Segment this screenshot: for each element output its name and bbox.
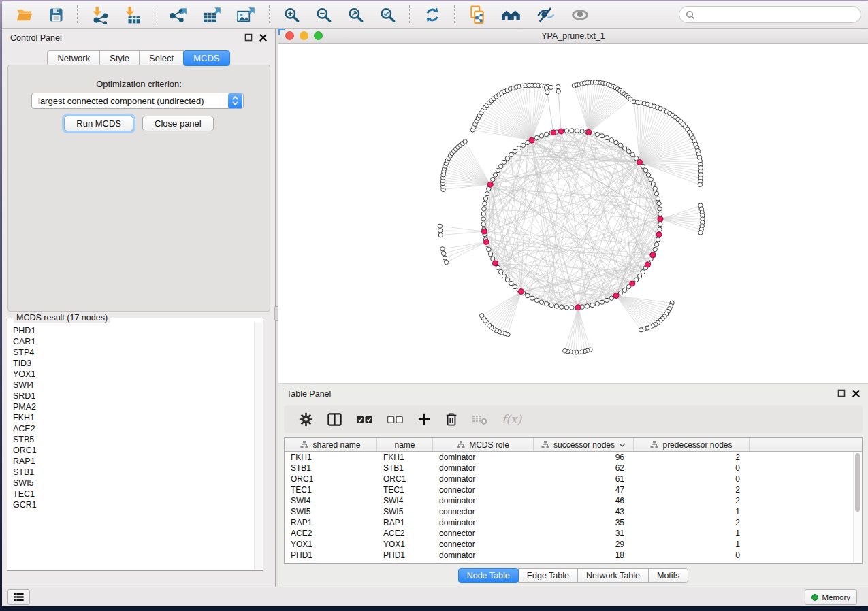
network-node[interactable] xyxy=(549,303,553,307)
network-node[interactable] xyxy=(517,146,521,150)
network-node[interactable] xyxy=(539,134,543,138)
table-row[interactable]: SWI4SWI4dominator462 xyxy=(285,495,862,506)
network-node[interactable] xyxy=(443,256,447,260)
tab-mcds[interactable]: MCDS xyxy=(183,50,229,66)
network-hub-node[interactable] xyxy=(645,262,650,267)
network-node[interactable] xyxy=(440,247,445,251)
zoom-fit-button[interactable] xyxy=(340,3,371,27)
mcds-list-scrollbar[interactable] xyxy=(254,323,262,569)
table-row[interactable]: ORC1ORC1dominator610 xyxy=(285,474,862,484)
network-node[interactable] xyxy=(649,178,653,182)
mcds-list-item[interactable]: YOX1 xyxy=(13,369,254,380)
network-node[interactable] xyxy=(483,201,487,205)
network-node[interactable] xyxy=(618,291,622,295)
network-node[interactable] xyxy=(570,129,574,133)
network-node[interactable] xyxy=(698,231,703,235)
network-node[interactable] xyxy=(643,168,647,172)
mcds-list-item[interactable]: STB5 xyxy=(13,434,254,445)
network-hub-node[interactable] xyxy=(650,252,656,258)
network-node[interactable] xyxy=(505,278,509,282)
column-header-successor-nodes[interactable]: successor nodes xyxy=(534,438,634,451)
table-row[interactable]: FKH1FKH1dominator962 xyxy=(285,452,862,463)
network-node[interactable] xyxy=(556,84,560,88)
tab-node-table[interactable]: Node Table xyxy=(458,568,519,583)
float-panel-icon[interactable] xyxy=(837,389,846,397)
show-panel-menu-button[interactable] xyxy=(7,589,30,605)
network-node[interactable] xyxy=(545,90,549,94)
network-node[interactable] xyxy=(483,197,487,201)
delete-rows-button[interactable] xyxy=(439,410,464,429)
network-node[interactable] xyxy=(488,252,492,256)
network-node[interactable] xyxy=(481,222,485,226)
network-node[interactable] xyxy=(698,182,702,186)
mcds-list-item[interactable]: CAR1 xyxy=(13,336,254,347)
deselect-all-checks-button[interactable] xyxy=(381,412,409,427)
network-node[interactable] xyxy=(438,224,442,228)
network-node[interactable] xyxy=(564,129,568,133)
network-hub-node[interactable] xyxy=(481,229,487,234)
network-node[interactable] xyxy=(526,293,530,297)
network-node[interactable] xyxy=(628,97,632,101)
mcds-list-item[interactable]: STB1 xyxy=(13,467,254,478)
network-node[interactable] xyxy=(626,149,630,153)
mcds-list-item[interactable]: ACE2 xyxy=(13,423,254,434)
network-hub-node[interactable] xyxy=(492,261,498,266)
network-node[interactable] xyxy=(622,288,626,292)
mcds-list-item[interactable]: SWI5 xyxy=(13,478,254,489)
mcds-list-item[interactable]: TEC1 xyxy=(13,489,254,499)
network-node[interactable] xyxy=(513,284,517,288)
network-node[interactable] xyxy=(496,168,500,172)
network-canvas[interactable] xyxy=(278,44,868,383)
network-node[interactable] xyxy=(530,296,534,300)
float-panel-icon[interactable] xyxy=(244,33,253,42)
mcds-list-item[interactable]: ORC1 xyxy=(13,445,254,456)
function-builder-button[interactable]: f(x) xyxy=(496,412,527,426)
network-node[interactable] xyxy=(585,304,589,308)
network-node[interactable] xyxy=(646,173,650,177)
network-node[interactable] xyxy=(605,298,609,302)
network-node[interactable] xyxy=(521,143,525,147)
mcds-list-item[interactable]: RAP1 xyxy=(13,456,254,467)
network-hub-node[interactable] xyxy=(487,182,493,187)
network-node[interactable] xyxy=(502,160,506,164)
network-node[interactable] xyxy=(545,132,549,136)
network-node[interactable] xyxy=(656,237,660,242)
network-node[interactable] xyxy=(658,212,662,216)
zoom-in-button[interactable] xyxy=(276,3,307,27)
network-node[interactable] xyxy=(600,134,604,138)
network-node[interactable] xyxy=(480,314,484,318)
network-node[interactable] xyxy=(549,85,553,89)
mcds-list-item[interactable]: STP4 xyxy=(13,347,254,358)
network-node[interactable] xyxy=(634,278,638,282)
network-node[interactable] xyxy=(630,152,634,156)
hide-selected-button[interactable] xyxy=(530,3,562,27)
mcds-list-item[interactable]: SRD1 xyxy=(13,391,254,401)
tab-motifs[interactable]: Motifs xyxy=(648,568,688,583)
tab-network[interactable]: Network xyxy=(47,50,100,66)
criterion-dropdown[interactable]: largest connected component (undirected) xyxy=(31,93,244,109)
network-node[interactable] xyxy=(441,251,445,255)
network-node[interactable] xyxy=(595,132,599,136)
network-node[interactable] xyxy=(534,135,539,139)
first-neighbors-button[interactable] xyxy=(494,3,528,27)
network-node[interactable] xyxy=(639,328,643,332)
tab-network-table[interactable]: Network Table xyxy=(577,568,649,583)
network-node[interactable] xyxy=(580,129,584,133)
network-node[interactable] xyxy=(609,138,613,142)
network-node[interactable] xyxy=(658,207,662,211)
network-node[interactable] xyxy=(499,164,503,168)
run-mcds-button[interactable]: Run MCDS xyxy=(64,116,133,131)
network-node[interactable] xyxy=(481,217,485,221)
export-table-button[interactable] xyxy=(196,3,229,27)
save-session-button[interactable] xyxy=(42,3,71,27)
add-row-button[interactable] xyxy=(412,410,436,428)
table-row[interactable]: SWI5SWI5connector431 xyxy=(285,506,862,517)
network-node[interactable] xyxy=(444,260,448,264)
table-row[interactable]: PHD1PHD1dominator180 xyxy=(285,550,862,561)
table-scrollbar[interactable] xyxy=(853,452,861,563)
table-row[interactable]: RAP1RAP1dominator352 xyxy=(285,517,862,528)
import-table-button[interactable] xyxy=(117,3,148,27)
network-hub-node[interactable] xyxy=(575,305,581,310)
network-node[interactable] xyxy=(438,229,443,233)
network-node[interactable] xyxy=(438,233,443,237)
